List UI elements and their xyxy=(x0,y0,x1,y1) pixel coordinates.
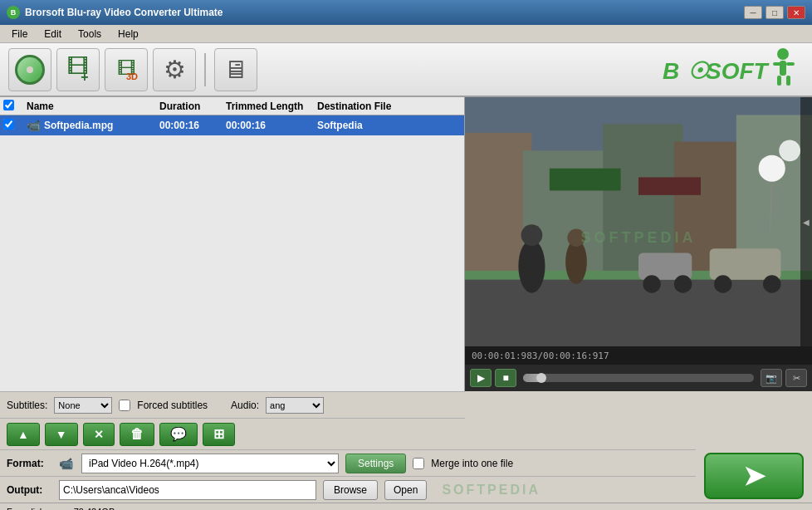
merge-button[interactable]: ⊞ xyxy=(203,423,235,446)
svg-point-26 xyxy=(763,275,780,292)
video-preview: SOFTPEDIA ◀ 00:00:01:983/00:00:16:917 ▶ … xyxy=(465,97,812,391)
row-dest: Softpedia xyxy=(317,120,461,131)
action-row: ▲ ▼ ✕ 🗑 💬 ⊞ xyxy=(0,418,465,449)
screen-button[interactable]: 🖥 xyxy=(214,48,257,91)
menu-edit[interactable]: Edit xyxy=(36,27,70,42)
window-title: Brorsoft Blu-ray Video Converter Ultimat… xyxy=(25,7,223,18)
output-label: Output: xyxy=(7,484,52,496)
svg-rect-24 xyxy=(710,248,781,280)
video-expand-handle[interactable]: ◀ xyxy=(800,97,812,346)
svg-rect-15 xyxy=(465,275,812,346)
subtitle-edit-button[interactable]: 💬 xyxy=(159,423,198,446)
titlebar: B Brorsoft Blu-ray Video Converter Ultim… xyxy=(0,0,812,25)
play-button[interactable]: ▶ xyxy=(470,369,492,387)
titlebar-controls: ─ □ ✕ xyxy=(744,6,805,19)
load-disc-button[interactable] xyxy=(8,48,51,91)
remove-button[interactable]: ✕ xyxy=(83,423,115,446)
svg-point-27 xyxy=(759,155,785,182)
toolbar-separator xyxy=(204,53,206,86)
row-trimmed: 00:00:16 xyxy=(226,120,317,131)
monitor-icon: 🖥 xyxy=(223,56,248,84)
move-up-button[interactable]: ▲ xyxy=(7,423,40,446)
titlebar-left: B Brorsoft Blu-ray Video Converter Ultim… xyxy=(7,6,223,19)
brorsoft-logo: B ☉ SOFT xyxy=(663,47,804,91)
video-scene xyxy=(465,97,812,346)
add-video-button[interactable]: 🎞 + xyxy=(56,48,100,91)
settings-button[interactable]: Settings xyxy=(345,454,406,473)
video-frame: SOFTPEDIA ◀ xyxy=(465,97,812,346)
table-body: 📹 Softpedia.mpg 00:00:16 00:00:16 Softpe… xyxy=(0,115,464,391)
status-text: Free disk space:70.424GB xyxy=(7,507,115,511)
col-name-header: Name xyxy=(27,101,159,112)
format-output-area: Format: 📹 iPad Video H.264(*.mp4) Settin… xyxy=(0,449,812,503)
convert-area: ➤ xyxy=(696,449,812,503)
menu-help[interactable]: Help xyxy=(110,27,147,42)
toolbar: 🎞 + 🎞 3D ⚙ 🖥 B ☉ xyxy=(0,43,812,97)
file-list-area: Name Duration Trimmed Length Destination… xyxy=(0,97,465,391)
merge-checkbox[interactable] xyxy=(413,458,424,469)
table-row[interactable]: 📹 Softpedia.mpg 00:00:16 00:00:16 Softpe… xyxy=(0,115,464,135)
col-trimmed-header: Trimmed Length xyxy=(226,101,317,112)
row-name: 📹 Softpedia.mpg xyxy=(27,119,159,132)
format-row: Format: 📹 iPad Video H.264(*.mp4) Settin… xyxy=(0,449,696,476)
clip-button[interactable]: ✂ xyxy=(785,369,807,387)
video-progress-bar[interactable] xyxy=(523,374,754,382)
format-output-panel: Format: 📹 iPad Video H.264(*.mp4) Settin… xyxy=(0,449,696,503)
row-checkbox[interactable] xyxy=(3,119,27,132)
statusbar: Free disk space:70.424GB xyxy=(0,503,812,510)
subtitles-select[interactable]: None xyxy=(54,397,112,414)
main-content: Name Duration Trimmed Length Destination… xyxy=(0,97,812,391)
svg-point-18 xyxy=(521,224,543,246)
gear-icon: ⚙ xyxy=(164,55,186,84)
svg-point-23 xyxy=(674,275,692,292)
settings-button[interactable]: ⚙ xyxy=(153,48,196,91)
maximize-button[interactable]: □ xyxy=(766,6,784,19)
app-icon: B xyxy=(7,6,20,19)
svg-rect-2 xyxy=(773,62,781,66)
open-button[interactable]: Open xyxy=(384,480,427,500)
video-timecode: 00:00:01:983/00:00:16:917 xyxy=(465,346,812,365)
col-check-header xyxy=(3,100,27,113)
softpedia-watermark-bottom: SOFTPEDIA xyxy=(442,483,541,498)
format-label: Format: xyxy=(7,458,52,469)
delete-button[interactable]: 🗑 xyxy=(120,423,154,446)
col-duration-header: Duration xyxy=(159,101,226,112)
svg-point-0 xyxy=(777,48,789,60)
close-button[interactable]: ✕ xyxy=(787,6,805,19)
forced-subtitles-label: Forced subtitles xyxy=(137,400,208,411)
softpedia-watermark: SOFTPEDIA xyxy=(580,229,696,247)
browse-button[interactable]: Browse xyxy=(323,480,378,500)
merge-label: Merge into one file xyxy=(431,458,513,469)
move-down-button[interactable]: ▼ xyxy=(45,423,78,446)
col-dest-header: Destination File xyxy=(317,101,461,112)
svg-rect-31 xyxy=(638,177,701,194)
minimize-button[interactable]: ─ xyxy=(744,6,762,19)
convert-button[interactable]: ➤ xyxy=(704,453,804,499)
disc-icon xyxy=(15,55,45,85)
screenshot-button[interactable]: 📷 xyxy=(761,369,782,387)
subtitles-label: Subtitles: xyxy=(7,400,47,411)
output-row: Output: Browse Open SOFTPEDIA xyxy=(0,476,696,503)
video-progress-thumb xyxy=(536,373,546,383)
audio-label: Audio: xyxy=(231,400,259,411)
format-icon: 📹 xyxy=(59,457,73,470)
svg-text:B: B xyxy=(663,58,679,84)
table-header: Name Duration Trimmed Length Destination… xyxy=(0,97,464,115)
svg-point-28 xyxy=(779,140,800,161)
output-path-input[interactable] xyxy=(59,480,316,500)
select-all-checkbox[interactable] xyxy=(3,100,14,110)
forced-subtitles-checkbox[interactable] xyxy=(119,400,130,411)
video-controls-bar: ▶ ■ 📷 ✂ xyxy=(465,365,812,391)
add-3d-button[interactable]: 🎞 3D xyxy=(105,48,148,91)
subtitle-row: Subtitles: None Forced subtitles Audio: … xyxy=(0,391,465,418)
format-select[interactable]: iPad Video H.264(*.mp4) xyxy=(81,454,339,473)
svg-point-25 xyxy=(714,275,731,292)
menu-tools[interactable]: Tools xyxy=(70,27,110,42)
menu-file[interactable]: File xyxy=(3,27,36,42)
row-duration: 00:00:16 xyxy=(159,120,226,131)
menubar: File Edit Tools Help xyxy=(0,25,812,43)
stop-button[interactable]: ■ xyxy=(495,369,516,387)
convert-arrow-icon: ➤ xyxy=(743,460,766,492)
audio-select[interactable]: ang xyxy=(266,397,324,414)
toolbar-buttons: 🎞 + 🎞 3D ⚙ 🖥 xyxy=(8,48,257,91)
